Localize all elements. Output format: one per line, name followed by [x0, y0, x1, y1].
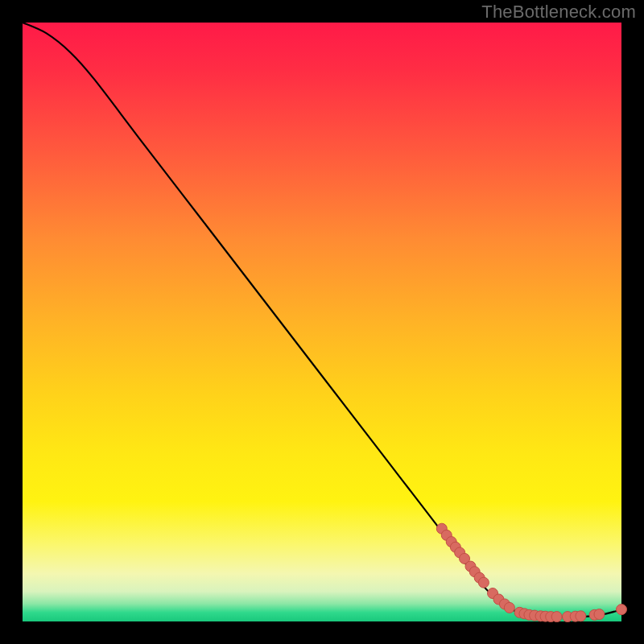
- data-points-group: [436, 523, 626, 621]
- bottleneck-curve: [23, 23, 621, 617]
- chart-svg: [23, 23, 621, 621]
- plot-area: [23, 23, 621, 621]
- data-point: [617, 605, 627, 615]
- data-point: [478, 577, 489, 588]
- data-point: [504, 602, 514, 613]
- data-point: [594, 609, 605, 620]
- data-point: [576, 611, 586, 621]
- data-point: [551, 612, 562, 622]
- watermark-text: TheBottleneck.com: [481, 2, 636, 23]
- chart-frame: TheBottleneck.com: [0, 0, 644, 644]
